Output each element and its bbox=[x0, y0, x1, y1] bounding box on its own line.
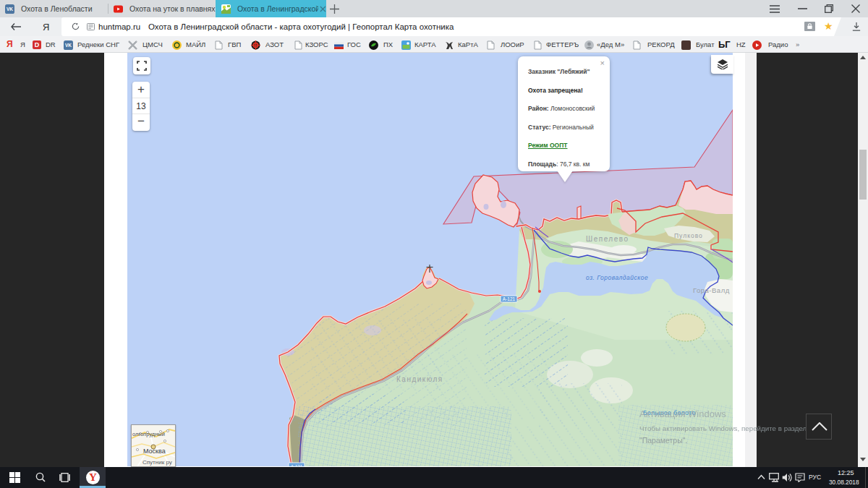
svg-text:Москва: Москва bbox=[143, 448, 166, 455]
svg-text:А-121: А-121 bbox=[503, 296, 516, 301]
svg-text:Кандикюля: Кандикюля bbox=[396, 375, 443, 383]
svg-text:олгопрудный: олгопрудный bbox=[132, 431, 165, 437]
svg-text:Спутник ру: Спутник ру bbox=[142, 459, 172, 466]
svg-text:VK: VK bbox=[65, 43, 72, 48]
svg-text:оз. Горовалдайское: оз. Горовалдайское bbox=[586, 274, 648, 281]
svg-text:Гора-Валд: Гора-Валд bbox=[693, 286, 730, 294]
svg-text:А-121: А-121 bbox=[291, 464, 303, 467]
svg-text:Шепелево: Шепелево bbox=[586, 235, 629, 243]
svg-text:Пулково: Пулково bbox=[674, 232, 703, 239]
svg-text:VK: VK bbox=[7, 7, 13, 12]
